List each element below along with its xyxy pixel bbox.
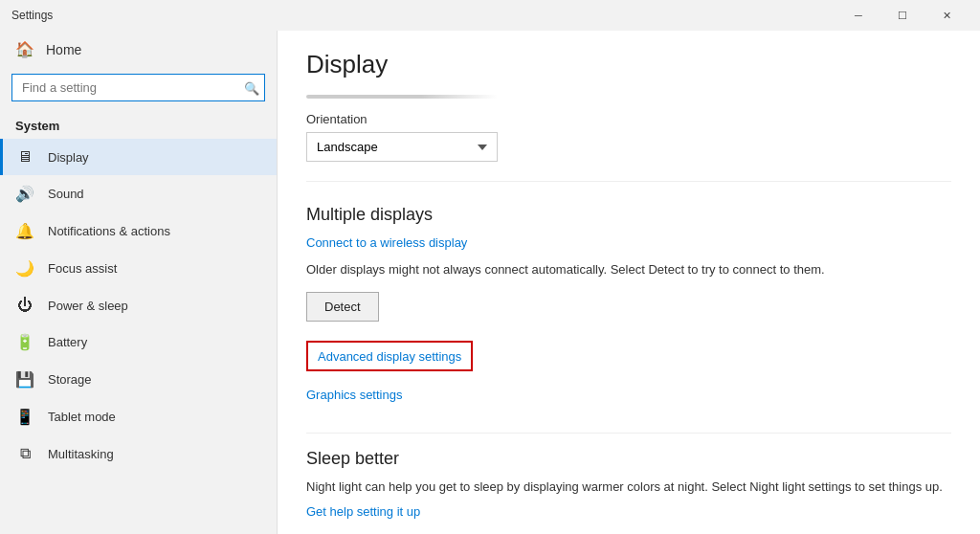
sidebar-item-storage[interactable]: 💾 Storage [0, 361, 277, 398]
sidebar-item-tablet-label: Tablet mode [48, 410, 116, 424]
sidebar-item-power[interactable]: ⏻ Power & sleep [0, 287, 277, 323]
sidebar-item-focus-label: Focus assist [48, 261, 117, 276]
sidebar-item-power-label: Power & sleep [48, 299, 128, 313]
older-displays-text: Older displays might not always connect … [306, 261, 951, 278]
sound-icon: 🔊 [15, 185, 34, 203]
sidebar-item-home[interactable]: 🏠 Home [0, 31, 277, 68]
sidebar-item-storage-label: Storage [48, 372, 92, 387]
night-light-link[interactable]: Get help setting it up [306, 504, 420, 519]
page-title: Display [306, 50, 951, 79]
sidebar-item-display[interactable]: 🖥 Display [0, 139, 277, 175]
storage-icon: 💾 [15, 370, 34, 389]
focus-icon: 🌙 [15, 259, 34, 278]
sleep-description: Night light can help you get to sleep by… [306, 478, 951, 496]
brightness-slider-indicator [306, 95, 498, 99]
orientation-section: Orientation Landscape Portrait Landscape… [306, 112, 951, 182]
sleep-section: Sleep better Night light can help you ge… [306, 433, 951, 530]
search-box: 🔍 [11, 74, 265, 101]
sidebar-item-multitasking[interactable]: ⧉ Multitasking [0, 435, 277, 472]
graphics-settings-link[interactable]: Graphics settings [306, 388, 402, 402]
minimize-button[interactable]: ─ [836, 0, 880, 31]
sidebar-item-display-label: Display [48, 150, 89, 165]
search-icon: 🔍 [244, 80, 259, 95]
home-label: Home [46, 42, 81, 57]
display-icon: 🖥 [15, 148, 34, 166]
orientation-label: Orientation [306, 112, 498, 126]
sleep-better-title: Sleep better [306, 449, 951, 469]
app-title: Settings [11, 9, 836, 22]
detect-button[interactable]: Detect [306, 292, 379, 322]
titlebar: Settings ─ ☐ ✕ [0, 0, 980, 31]
wireless-display-link[interactable]: Connect to a wireless display [306, 235, 467, 250]
power-icon: ⏻ [15, 297, 34, 314]
notifications-icon: 🔔 [15, 222, 34, 240]
orientation-select[interactable]: Landscape Portrait Landscape (flipped) P… [306, 132, 498, 162]
advanced-display-settings-container: Advanced display settings [306, 341, 473, 371]
search-input[interactable] [11, 74, 265, 101]
sidebar-item-tablet[interactable]: 📱 Tablet mode [0, 398, 277, 435]
window-controls: ─ ☐ ✕ [836, 0, 969, 31]
battery-icon: 🔋 [15, 333, 34, 351]
home-icon: 🏠 [15, 40, 34, 58]
sidebar: 🏠 Home 🔍 System 🖥 Display 🔊 Sound 🔔 Noti… [0, 31, 278, 534]
maximize-button[interactable]: ☐ [880, 0, 924, 31]
sidebar-item-sound[interactable]: 🔊 Sound [0, 175, 277, 212]
sidebar-section-title: System [0, 111, 277, 139]
multitasking-icon: ⧉ [15, 445, 34, 462]
advanced-display-settings-link[interactable]: Advanced display settings [318, 349, 461, 364]
app-container: 🏠 Home 🔍 System 🖥 Display 🔊 Sound 🔔 Noti… [0, 31, 980, 534]
orientation-select-container: Landscape Portrait Landscape (flipped) P… [306, 132, 498, 162]
main-content: Display Orientation Landscape Portrait L… [278, 31, 980, 534]
close-button[interactable]: ✕ [924, 0, 969, 31]
sidebar-item-multitasking-label: Multitasking [48, 447, 114, 461]
sidebar-item-battery[interactable]: 🔋 Battery [0, 323, 277, 361]
sidebar-item-battery-label: Battery [48, 335, 87, 349]
multiple-displays-title: Multiple displays [306, 205, 951, 225]
sidebar-item-notifications-label: Notifications & actions [48, 224, 170, 238]
graphics-settings-container: Graphics settings [306, 387, 951, 413]
tablet-icon: 📱 [15, 408, 34, 426]
sidebar-item-focus[interactable]: 🌙 Focus assist [0, 250, 277, 287]
sidebar-item-notifications[interactable]: 🔔 Notifications & actions [0, 212, 277, 250]
sidebar-item-sound-label: Sound [48, 187, 84, 201]
